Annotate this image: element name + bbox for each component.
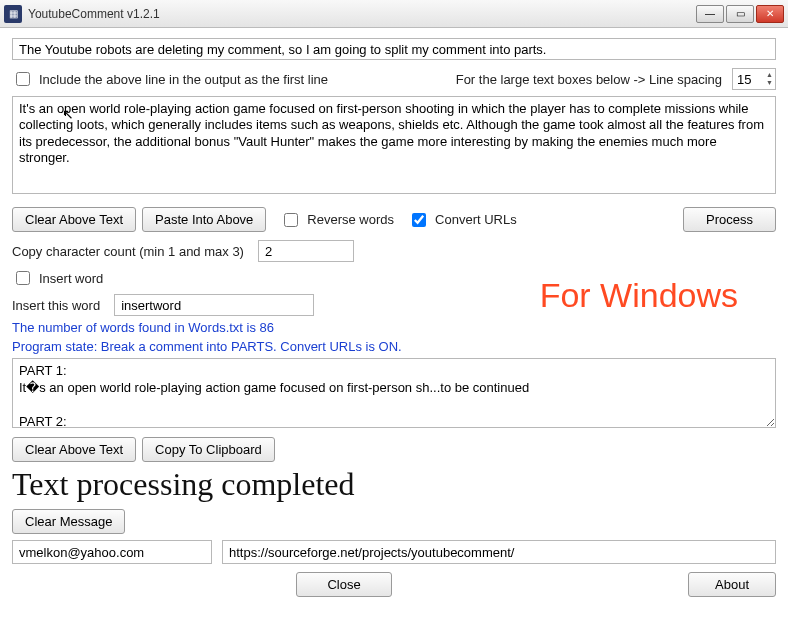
line-spacing-spinner[interactable]: 15 ▲▼	[732, 68, 776, 90]
insert-this-word-label: Insert this word	[12, 298, 100, 313]
close-button[interactable]: Close	[296, 572, 391, 597]
program-state-status: Program state: Break a comment into PART…	[12, 339, 776, 354]
completion-message: Text processing completed	[12, 466, 776, 503]
reverse-words-label: Reverse words	[307, 212, 394, 227]
copy-to-clipboard-button[interactable]: Copy To Clipboard	[142, 437, 275, 462]
insert-word-checkbox-label: Insert word	[39, 271, 103, 286]
line-spacing-value: 15	[733, 72, 766, 87]
main-text-input[interactable]	[12, 96, 776, 194]
insert-word-input[interactable]	[114, 294, 314, 316]
clear-message-button[interactable]: Clear Message	[12, 509, 125, 534]
output-text-area[interactable]	[12, 358, 776, 428]
url-field[interactable]	[222, 540, 776, 564]
convert-urls-checkbox[interactable]	[412, 213, 426, 227]
clear-above-text-button[interactable]: Clear Above Text	[12, 207, 136, 232]
copy-char-count-input[interactable]	[258, 240, 354, 262]
convert-urls-label: Convert URLs	[435, 212, 517, 227]
about-button[interactable]: About	[688, 572, 776, 597]
spinner-up-icon[interactable]: ▲	[766, 71, 773, 79]
spinner-down-icon[interactable]: ▼	[766, 79, 773, 87]
app-icon: ▦	[4, 5, 22, 23]
maximize-button[interactable]: ▭	[726, 5, 754, 23]
words-found-status: The number of words found in Words.txt i…	[12, 320, 776, 335]
reverse-words-checkbox[interactable]	[284, 213, 298, 227]
email-field[interactable]	[12, 540, 212, 564]
include-first-line-label: Include the above line in the output as …	[39, 72, 328, 87]
line-spacing-label: For the large text boxes below -> Line s…	[456, 72, 722, 87]
copy-char-count-label: Copy character count (min 1 and max 3)	[12, 244, 244, 259]
close-window-button[interactable]: ✕	[756, 5, 784, 23]
include-first-line-checkbox[interactable]	[16, 72, 30, 86]
process-button[interactable]: Process	[683, 207, 776, 232]
paste-into-above-button[interactable]: Paste Into Above	[142, 207, 266, 232]
top-comment-input[interactable]	[12, 38, 776, 60]
minimize-button[interactable]: —	[696, 5, 724, 23]
title-bar: ▦ YoutubeComment v1.2.1 — ▭ ✕	[0, 0, 788, 28]
window-title: YoutubeComment v1.2.1	[28, 7, 160, 21]
insert-word-checkbox[interactable]	[16, 271, 30, 285]
clear-output-text-button[interactable]: Clear Above Text	[12, 437, 136, 462]
for-windows-label: For Windows	[540, 276, 738, 315]
